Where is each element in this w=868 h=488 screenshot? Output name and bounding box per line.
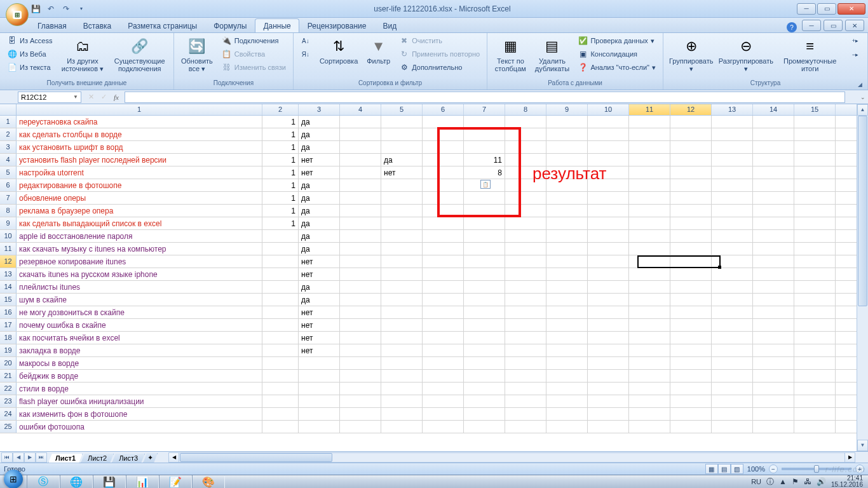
tab-Рецензирование[interactable]: Рецензирование xyxy=(299,18,375,32)
cell[interactable] xyxy=(423,370,464,382)
cell[interactable] xyxy=(340,116,381,128)
cell[interactable] xyxy=(546,421,588,433)
cell[interactable] xyxy=(381,306,423,318)
cell[interactable] xyxy=(505,268,546,280)
tab-Вид[interactable]: Вид xyxy=(374,18,405,32)
cell[interactable] xyxy=(629,154,670,166)
cell[interactable] xyxy=(629,217,670,229)
cell[interactable]: редактирование в фотошопе xyxy=(17,179,262,191)
cell[interactable] xyxy=(712,205,753,217)
cell[interactable] xyxy=(794,243,836,255)
cell[interactable]: резервное копирование itunes xyxy=(17,255,262,268)
cell[interactable]: apple id восстановление пароля xyxy=(17,230,262,242)
cell[interactable] xyxy=(712,166,753,179)
cell[interactable] xyxy=(794,319,836,331)
tab-Данные[interactable]: Данные xyxy=(255,18,299,32)
taskbar-paint[interactable]: 🎨 xyxy=(192,475,225,489)
cell[interactable] xyxy=(546,395,588,407)
row-header[interactable]: 6 xyxy=(0,179,17,191)
cell[interactable]: да xyxy=(299,243,340,255)
cell[interactable] xyxy=(588,255,629,268)
cell[interactable] xyxy=(670,383,712,395)
cell[interactable] xyxy=(629,179,670,191)
cell[interactable] xyxy=(262,357,299,369)
cell[interactable] xyxy=(670,421,712,433)
cell[interactable] xyxy=(794,344,836,356)
cell[interactable] xyxy=(381,128,423,140)
row-header[interactable]: 1 xyxy=(0,116,17,128)
cell[interactable] xyxy=(262,255,299,268)
cell[interactable] xyxy=(381,179,423,191)
workbook-restore-button[interactable]: ▭ xyxy=(824,20,843,31)
cell[interactable] xyxy=(753,306,794,318)
cell[interactable] xyxy=(299,357,340,369)
qat-undo-icon[interactable]: ↶ xyxy=(44,3,57,15)
cell[interactable] xyxy=(588,370,629,382)
cell[interactable] xyxy=(505,128,546,140)
cell[interactable]: нет xyxy=(299,344,340,356)
cell[interactable] xyxy=(340,357,381,369)
cell[interactable] xyxy=(340,192,381,204)
row-header[interactable]: 2 xyxy=(0,128,17,140)
cell[interactable] xyxy=(423,357,464,369)
row-header[interactable]: 3 xyxy=(0,141,17,153)
cell[interactable] xyxy=(423,395,464,407)
cell[interactable] xyxy=(753,332,794,344)
column-header[interactable]: 9 xyxy=(546,104,588,115)
cell[interactable]: 8 xyxy=(464,166,505,179)
row-header[interactable]: 14 xyxy=(0,281,17,293)
row-header[interactable]: 13 xyxy=(0,268,17,280)
cell[interactable] xyxy=(794,141,836,153)
expand-formula-bar-button[interactable]: ⌄ xyxy=(858,94,868,100)
cell[interactable] xyxy=(423,179,464,191)
cell[interactable]: нет xyxy=(381,166,423,179)
cell[interactable]: 11 xyxy=(464,154,505,166)
cell[interactable] xyxy=(712,281,753,293)
cell[interactable] xyxy=(423,192,464,204)
cell[interactable] xyxy=(794,128,836,140)
cell[interactable] xyxy=(588,154,629,166)
cell[interactable] xyxy=(712,332,753,344)
cell[interactable] xyxy=(340,268,381,280)
cell[interactable]: да xyxy=(299,230,340,242)
cell[interactable] xyxy=(423,243,464,255)
cell[interactable] xyxy=(753,281,794,293)
cell[interactable] xyxy=(381,395,423,407)
cell[interactable] xyxy=(262,319,299,331)
cell[interactable]: как изменить фон в фотошопе xyxy=(17,408,262,420)
properties-button[interactable]: 📋Свойства xyxy=(219,48,289,60)
sheet-tab[interactable]: Лист1 xyxy=(48,454,83,463)
cell[interactable]: как сделать выпадающий список в excel xyxy=(17,217,262,229)
cell[interactable] xyxy=(464,255,505,268)
cell[interactable] xyxy=(629,319,670,331)
cell[interactable] xyxy=(670,294,712,306)
cell[interactable] xyxy=(381,332,423,344)
cell[interactable] xyxy=(588,217,629,229)
column-header[interactable]: 2 xyxy=(262,104,299,115)
tab-Разметка страницы[interactable]: Разметка страницы xyxy=(119,18,205,32)
cell[interactable] xyxy=(505,116,546,128)
cell[interactable] xyxy=(670,217,712,229)
cell[interactable] xyxy=(794,294,836,306)
column-header[interactable]: 13 xyxy=(712,104,753,115)
cell[interactable] xyxy=(340,205,381,217)
cell[interactable] xyxy=(588,205,629,217)
cell[interactable] xyxy=(794,268,836,280)
qat-save-icon[interactable]: 💾 xyxy=(29,3,42,15)
tab-Главная[interactable]: Главная xyxy=(29,18,75,32)
cell[interactable] xyxy=(712,370,753,382)
chevron-down-icon[interactable]: ▼ xyxy=(73,94,78,100)
cell[interactable] xyxy=(588,192,629,204)
cell[interactable] xyxy=(340,281,381,293)
scroll-right-button[interactable]: ▶ xyxy=(844,453,855,462)
cell[interactable] xyxy=(753,370,794,382)
cell[interactable] xyxy=(340,421,381,433)
help-icon[interactable]: ? xyxy=(787,22,797,32)
cell[interactable] xyxy=(794,192,836,204)
cell[interactable] xyxy=(629,116,670,128)
cell[interactable] xyxy=(670,192,712,204)
cell[interactable] xyxy=(464,383,505,395)
cell[interactable] xyxy=(794,370,836,382)
sheet-tab[interactable]: Лист3 xyxy=(112,454,145,463)
cell[interactable]: настройка utorrent xyxy=(17,166,262,179)
